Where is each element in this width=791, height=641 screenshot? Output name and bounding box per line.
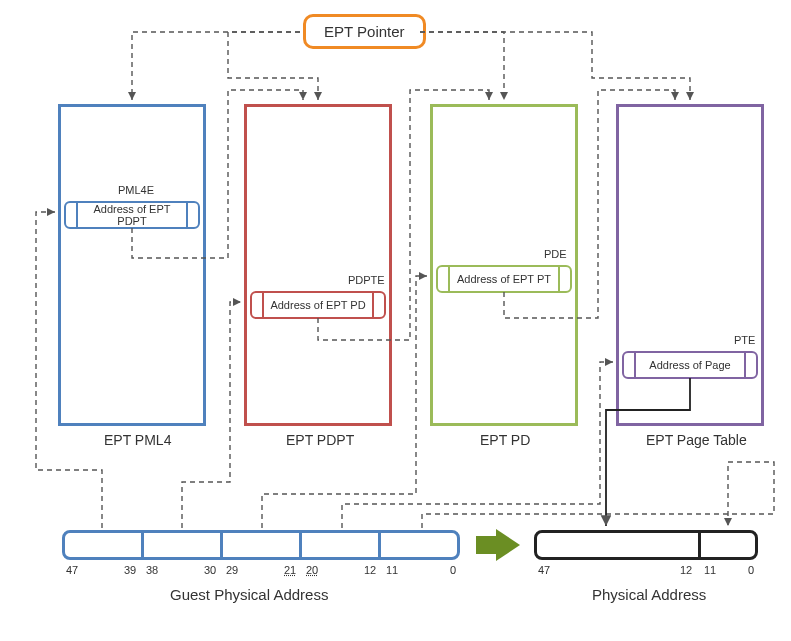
pa-bit-0: 0 xyxy=(748,564,754,576)
gpa-bit-20: 20 xyxy=(306,564,318,576)
entry-pd-text: Address of EPT PT xyxy=(450,273,558,285)
gpa-seg-pt xyxy=(302,533,381,557)
gpa-seg-pd xyxy=(223,533,302,557)
entry-pdpte: Address of EPT PD xyxy=(250,291,386,319)
tag-pml4e: PML4E xyxy=(118,184,154,196)
ept-pointer-label: EPT Pointer xyxy=(324,23,405,40)
gpa-seg-pml4 xyxy=(65,533,144,557)
gpa-bit-12: 12 xyxy=(364,564,376,576)
gpa-bit-30: 30 xyxy=(204,564,216,576)
pa-bit-11: 11 xyxy=(704,564,716,576)
gpa-bit-21: 21 xyxy=(284,564,296,576)
table-pdpt: Address of EPT PD xyxy=(244,104,392,426)
arrow-head-icon xyxy=(496,529,520,561)
pa-seg-offset xyxy=(701,533,755,557)
caption-pdpt: EPT PDPT xyxy=(286,432,354,448)
caption-pd: EPT PD xyxy=(480,432,530,448)
gpa-bit-47: 47 xyxy=(66,564,78,576)
gpa-bit-29: 29 xyxy=(226,564,238,576)
tag-pde: PDE xyxy=(544,248,567,260)
pa-bar xyxy=(534,530,758,560)
table-pd: Address of EPT PT xyxy=(430,104,578,426)
pa-bit-47: 47 xyxy=(538,564,550,576)
gpa-bit-38: 38 xyxy=(146,564,158,576)
entry-pdpt-text: Address of EPT PD xyxy=(264,299,372,311)
gpa-bar xyxy=(62,530,460,560)
table-pt: Address of Page xyxy=(616,104,764,426)
gpa-bit-11: 11 xyxy=(386,564,398,576)
pa-seg-page xyxy=(537,533,701,557)
tag-pdpte: PDPTE xyxy=(348,274,385,286)
gpa-seg-pdpt xyxy=(144,533,223,557)
entry-pml4-text: Address of EPT PDPT xyxy=(78,203,186,227)
entry-pte: Address of Page xyxy=(622,351,758,379)
gpa-seg-offset xyxy=(381,533,457,557)
entry-pt-text: Address of Page xyxy=(636,359,744,371)
pa-bit-12: 12 xyxy=(680,564,692,576)
caption-pml4: EPT PML4 xyxy=(104,432,171,448)
ept-pointer-box: EPT Pointer xyxy=(303,14,426,49)
entry-pde: Address of EPT PT xyxy=(436,265,572,293)
gpa-bit-0: 0 xyxy=(450,564,456,576)
table-pml4: Address of EPT PDPT xyxy=(58,104,206,426)
entry-pml4e: Address of EPT PDPT xyxy=(64,201,200,229)
pa-caption: Physical Address xyxy=(592,586,706,603)
arrow-tail xyxy=(476,536,496,554)
caption-pt: EPT Page Table xyxy=(646,432,747,448)
gpa-caption: Guest Physical Address xyxy=(170,586,328,603)
gpa-bit-39: 39 xyxy=(124,564,136,576)
tag-pte: PTE xyxy=(734,334,755,346)
